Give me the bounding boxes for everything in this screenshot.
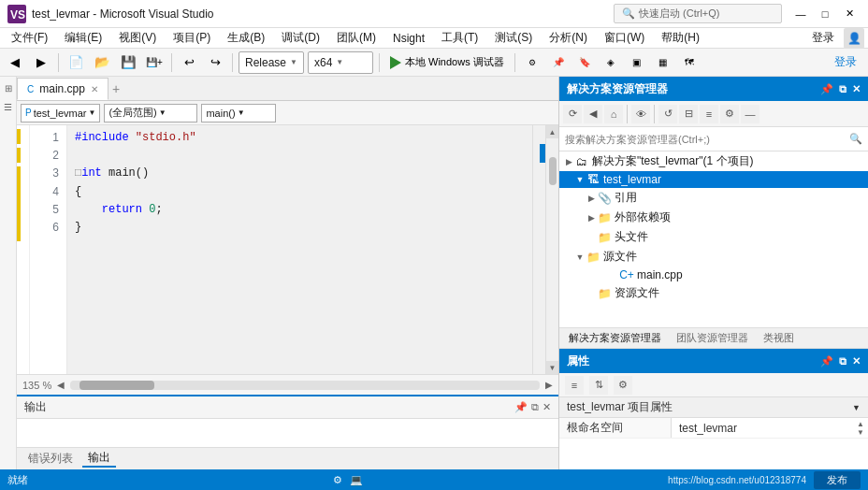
toolbar-btn-8[interactable]: 🔖 bbox=[573, 51, 596, 74]
search-icon: 🔍 bbox=[622, 7, 635, 20]
se-btn-show-all[interactable]: 👁 bbox=[631, 105, 650, 123]
editor-area[interactable]: 1 2 3 4 5 6 #include "stdio.h" □int main… bbox=[17, 125, 558, 374]
se-tree[interactable]: ▶ 🗂 解决方案"test_levmar"(1 个项目) ▼ 🏗 test_le… bbox=[559, 151, 868, 327]
se-btn-settings[interactable]: ⚙ bbox=[720, 105, 739, 123]
tree-solution[interactable]: ▶ 🗂 解决方案"test_levmar"(1 个项目) bbox=[559, 151, 868, 171]
se-btn-home[interactable]: ⌂ bbox=[604, 105, 623, 123]
platform-dropdown[interactable]: x64 ▼ bbox=[308, 51, 373, 74]
publish-button[interactable]: 发布 bbox=[814, 471, 861, 489]
menu-team[interactable]: 团队(M) bbox=[329, 28, 383, 48]
output-float-button[interactable]: ⧉ bbox=[531, 401, 539, 413]
props-dropdown-arrow[interactable]: ▼ bbox=[852, 403, 861, 412]
menu-analyze[interactable]: 分析(N) bbox=[542, 28, 595, 48]
scroll-right-button[interactable]: ▶ bbox=[545, 380, 553, 390]
se-btn-dash[interactable]: — bbox=[741, 105, 760, 123]
restore-button[interactable]: □ bbox=[814, 5, 836, 23]
login-label[interactable]: 登录 bbox=[834, 54, 864, 70]
menu-window[interactable]: 窗口(W) bbox=[597, 28, 652, 48]
se-search-input[interactable] bbox=[565, 134, 846, 145]
tree-header-files[interactable]: 📁 头文件 bbox=[559, 227, 868, 247]
back-button[interactable]: ◀ bbox=[4, 51, 26, 74]
menu-debug[interactable]: 调试(D) bbox=[274, 28, 327, 48]
menu-view[interactable]: 视图(V) bbox=[111, 28, 164, 48]
toolbar-btn-12[interactable]: 🗺 bbox=[678, 51, 701, 74]
main-cpp-label: main.cpp bbox=[637, 268, 683, 281]
h-scroll-thumb[interactable] bbox=[80, 381, 154, 390]
tree-external-deps[interactable]: ▶ 📁 外部依赖项 bbox=[559, 208, 868, 227]
scroll-thumb[interactable] bbox=[549, 157, 557, 185]
account-icon[interactable]: 👤 bbox=[844, 28, 864, 49]
save-all-button[interactable]: 💾+ bbox=[143, 51, 166, 74]
se-tab-class[interactable]: 类视图 bbox=[760, 329, 798, 347]
toolbar-btn-11[interactable]: ▦ bbox=[652, 51, 674, 74]
props-btn-settings[interactable]: ⚙ bbox=[614, 376, 632, 395]
tree-references[interactable]: ▶ 📎 引用 bbox=[559, 188, 868, 208]
props-pin-button[interactable]: 📌 bbox=[820, 355, 833, 368]
scope-project-dropdown[interactable]: P test_levmar ▼ bbox=[21, 104, 100, 122]
undo-button[interactable]: ↩ bbox=[178, 51, 200, 74]
se-btn-props[interactable]: ≡ bbox=[700, 105, 718, 123]
props-btn-sort[interactable]: ⇅ bbox=[589, 376, 608, 395]
ext-deps-label: 外部依赖项 bbox=[615, 209, 671, 225]
scroll-left-button[interactable]: ◀ bbox=[57, 380, 65, 390]
se-pin-button[interactable]: 📌 bbox=[820, 83, 833, 95]
tree-source-files[interactable]: ▼ 📁 源文件 bbox=[559, 247, 868, 267]
se-btn-sync[interactable]: ⟳ bbox=[563, 105, 582, 123]
toolbar-btn-9[interactable]: ◈ bbox=[600, 51, 622, 74]
toolbar-btn-10[interactable]: ▣ bbox=[626, 51, 648, 74]
props-btn-list[interactable]: ≡ bbox=[565, 376, 584, 395]
scroll-track[interactable] bbox=[547, 138, 558, 361]
tab-output[interactable]: 输出 bbox=[82, 450, 116, 468]
editor-vscroll[interactable]: ▲ ▼ bbox=[545, 125, 558, 374]
props-close-button[interactable]: ✕ bbox=[852, 355, 861, 368]
se-float-button[interactable]: ⧉ bbox=[839, 83, 846, 95]
output-pin-button[interactable]: 📌 bbox=[514, 401, 528, 413]
quick-search-box[interactable]: 🔍 快速启动 (Ctrl+Q) bbox=[614, 4, 782, 23]
login-link[interactable]: 登录 bbox=[812, 30, 842, 46]
play-button[interactable]: 本地 Windows 调试器 bbox=[385, 51, 509, 74]
save-button[interactable]: 💾 bbox=[117, 51, 139, 74]
scope-global-dropdown[interactable]: (全局范围) ▼ bbox=[104, 104, 197, 122]
config-dropdown[interactable]: Release ▼ bbox=[239, 51, 304, 74]
tree-project[interactable]: ▼ 🏗 test_levmar bbox=[559, 171, 868, 188]
redo-button[interactable]: ↪ bbox=[204, 51, 226, 74]
sidebar-icon-2[interactable]: ☰ bbox=[1, 99, 16, 114]
menu-file[interactable]: 文件(F) bbox=[4, 28, 55, 48]
se-tab-solution[interactable]: 解决方案资源管理器 bbox=[565, 329, 665, 347]
menu-tools[interactable]: 工具(T) bbox=[434, 28, 485, 48]
tab-error-list[interactable]: 错误列表 bbox=[22, 451, 79, 467]
se-close-button[interactable]: ✕ bbox=[852, 83, 861, 95]
menu-test[interactable]: 测试(S) bbox=[487, 28, 540, 48]
tab-main-cpp-close[interactable]: ✕ bbox=[91, 84, 98, 94]
sidebar-icon-1[interactable]: ⊞ bbox=[1, 80, 16, 95]
tree-main-cpp[interactable]: C+ main.cpp bbox=[559, 267, 868, 283]
tree-resource-files[interactable]: 📁 资源文件 bbox=[559, 283, 868, 303]
scope-func-dropdown[interactable]: main() ▼ bbox=[201, 104, 276, 122]
prop-arrows[interactable]: ▲▼ bbox=[853, 420, 868, 437]
menu-edit[interactable]: 编辑(E) bbox=[57, 28, 109, 48]
output-close-button[interactable]: ✕ bbox=[542, 401, 551, 413]
open-button[interactable]: 📂 bbox=[91, 51, 113, 74]
minimize-button[interactable]: — bbox=[789, 5, 812, 23]
menu-nsight[interactable]: Nsight bbox=[385, 30, 432, 47]
toolbar-btn-6[interactable]: ⚙ bbox=[521, 51, 543, 74]
new-project-button[interactable]: 📄 bbox=[65, 51, 87, 74]
app-window: VS test_levmar - Microsoft Visual Studio… bbox=[0, 0, 868, 490]
tab-main-cpp[interactable]: C main.cpp ✕ bbox=[17, 78, 108, 100]
menu-project[interactable]: 项目(P) bbox=[166, 28, 218, 48]
h-scrollbar[interactable] bbox=[70, 381, 540, 390]
menu-help[interactable]: 帮助(H) bbox=[654, 28, 707, 48]
code-editor[interactable]: #include "stdio.h" □int main() { return … bbox=[67, 125, 532, 374]
se-tab-team[interactable]: 团队资源管理器 bbox=[673, 329, 752, 347]
se-btn-refresh[interactable]: ↺ bbox=[658, 105, 677, 123]
scroll-down-button[interactable]: ▼ bbox=[546, 361, 559, 374]
menu-build[interactable]: 生成(B) bbox=[220, 28, 272, 48]
toolbar-btn-7[interactable]: 📌 bbox=[547, 51, 570, 74]
forward-button[interactable]: ▶ bbox=[30, 51, 52, 74]
se-btn-collapse[interactable]: ⊟ bbox=[679, 105, 698, 123]
props-float-button[interactable]: ⧉ bbox=[839, 355, 846, 368]
close-button[interactable]: ✕ bbox=[838, 5, 861, 23]
new-tab-button[interactable]: + bbox=[108, 81, 123, 96]
scroll-up-button[interactable]: ▲ bbox=[546, 125, 559, 138]
se-btn-back[interactable]: ◀ bbox=[584, 105, 602, 123]
